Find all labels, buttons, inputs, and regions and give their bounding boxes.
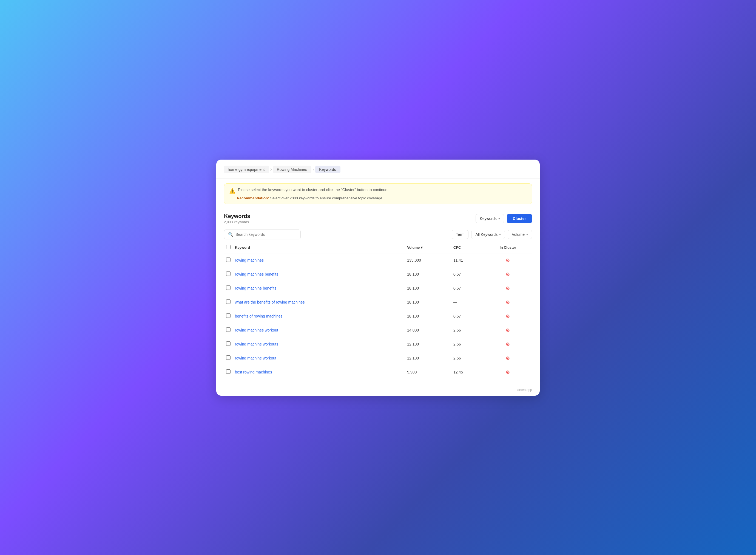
- row-volume: 135,000: [405, 253, 451, 267]
- all-keywords-label: All Keywords: [475, 232, 497, 237]
- row-keyword[interactable]: rowing machines: [233, 253, 405, 267]
- row-checkbox-cell[interactable]: [224, 351, 233, 365]
- in-cluster-icon: ⊗: [506, 328, 510, 333]
- table-header-row: Keyword Volume ▾ CPC In Cluster: [224, 242, 532, 253]
- keywords-table-wrap: Keyword Volume ▾ CPC In Cluster rowing m…: [216, 242, 540, 386]
- row-in-cluster: ⊗: [484, 267, 532, 281]
- alert-main-text: Please select the keywords you want to c…: [238, 187, 389, 192]
- row-checkbox[interactable]: [226, 328, 230, 332]
- row-checkbox-cell[interactable]: [224, 309, 233, 323]
- row-in-cluster: ⊗: [484, 295, 532, 309]
- alert-banner: ⚠️ Please select the keywords you want t…: [224, 183, 532, 204]
- in-cluster-icon: ⊗: [506, 341, 510, 347]
- breadcrumb-label-1: home gym equipment: [228, 167, 265, 172]
- recommendation-label: Recommendation:: [237, 196, 269, 200]
- alert-recommendation: Recommendation: Select over 2000 keyword…: [229, 196, 527, 200]
- breadcrumb-home-gym[interactable]: home gym equipment: [224, 166, 269, 173]
- select-all-checkbox[interactable]: [226, 245, 230, 249]
- row-checkbox-cell[interactable]: [224, 295, 233, 309]
- volume-label: Volume: [512, 232, 525, 237]
- row-checkbox[interactable]: [226, 299, 230, 304]
- th-volume[interactable]: Volume ▾: [405, 242, 451, 253]
- in-cluster-icon: ⊗: [506, 299, 510, 305]
- row-checkbox[interactable]: [226, 313, 230, 318]
- all-keywords-chevron-icon: ▾: [499, 232, 501, 237]
- row-volume: 12,100: [405, 337, 451, 351]
- breadcrumb: home gym equipment › Rowing Machines › K…: [216, 160, 540, 178]
- th-checkbox: [224, 242, 233, 253]
- search-input[interactable]: [235, 232, 297, 237]
- row-volume: 18,100: [405, 295, 451, 309]
- row-keyword[interactable]: rowing machine benefits: [233, 281, 405, 295]
- table-row: rowing machines workout 14,800 2.66 ⊗: [224, 323, 532, 337]
- row-checkbox[interactable]: [226, 369, 230, 374]
- row-in-cluster: ⊗: [484, 337, 532, 351]
- recommendation-text: Select over 2000 keywords to ensure comp…: [270, 196, 384, 200]
- row-keyword[interactable]: best rowing machines: [233, 365, 405, 379]
- row-checkbox-cell[interactable]: [224, 337, 233, 351]
- th-keyword: Keyword: [233, 242, 405, 253]
- row-checkbox[interactable]: [226, 271, 230, 276]
- brand-label: larseo.app: [517, 388, 532, 392]
- row-cpc: 0.67: [451, 267, 484, 281]
- row-checkbox-cell[interactable]: [224, 365, 233, 379]
- row-cpc: 11.41: [451, 253, 484, 267]
- keywords-header: Keywords 2,033 keywords Keywords ▾ Clust…: [216, 208, 540, 225]
- row-in-cluster: ⊗: [484, 309, 532, 323]
- row-cpc: 0.67: [451, 281, 484, 295]
- row-checkbox[interactable]: [226, 286, 230, 290]
- row-cpc: 2.66: [451, 351, 484, 365]
- in-cluster-icon: ⊗: [506, 286, 510, 291]
- row-in-cluster: ⊗: [484, 365, 532, 379]
- header-actions: Keywords ▾ Cluster: [476, 214, 532, 223]
- row-cpc: 2.66: [451, 337, 484, 351]
- row-cpc: 0.67: [451, 309, 484, 323]
- row-keyword[interactable]: what are the benefits of rowing machines: [233, 295, 405, 309]
- filter-right: Term All Keywords ▾ Volume ▾: [452, 230, 532, 239]
- in-cluster-icon: ⊗: [506, 257, 510, 263]
- breadcrumb-rowing-machines[interactable]: Rowing Machines: [273, 166, 312, 173]
- volume-sort-icon: ▾: [421, 246, 423, 250]
- row-checkbox[interactable]: [226, 341, 230, 346]
- keywords-table: Keyword Volume ▾ CPC In Cluster rowing m…: [224, 242, 532, 379]
- keywords-dropdown[interactable]: Keywords ▾: [476, 214, 504, 223]
- row-keyword[interactable]: rowing machines benefits: [233, 267, 405, 281]
- table-row: what are the benefits of rowing machines…: [224, 295, 532, 309]
- row-in-cluster: ⊗: [484, 281, 532, 295]
- all-keywords-dropdown[interactable]: All Keywords ▾: [471, 230, 505, 239]
- th-in-cluster: In Cluster: [484, 242, 532, 253]
- row-checkbox[interactable]: [226, 257, 230, 262]
- filter-term-button[interactable]: Term: [452, 230, 469, 239]
- row-in-cluster: ⊗: [484, 351, 532, 365]
- search-box[interactable]: 🔍: [224, 229, 301, 240]
- row-cpc: 12.45: [451, 365, 484, 379]
- table-row: best rowing machines 9,900 12.45 ⊗: [224, 365, 532, 379]
- dropdown-chevron-icon: ▾: [498, 217, 500, 220]
- row-volume: 14,800: [405, 323, 451, 337]
- row-keyword[interactable]: rowing machines workout: [233, 323, 405, 337]
- row-checkbox[interactable]: [226, 355, 230, 360]
- row-in-cluster: ⊗: [484, 253, 532, 267]
- row-checkbox-cell[interactable]: [224, 267, 233, 281]
- breadcrumb-keywords[interactable]: Keywords: [315, 166, 340, 173]
- row-checkbox-cell[interactable]: [224, 253, 233, 267]
- row-checkbox-cell[interactable]: [224, 281, 233, 295]
- row-volume: 18,100: [405, 309, 451, 323]
- keywords-count: 2,033 keywords: [224, 220, 250, 224]
- row-volume: 18,100: [405, 281, 451, 295]
- alert-info-icon: ⚠️: [229, 188, 235, 194]
- keywords-title-block: Keywords 2,033 keywords: [224, 213, 250, 224]
- row-volume: 9,900: [405, 365, 451, 379]
- row-in-cluster: ⊗: [484, 323, 532, 337]
- row-checkbox-cell[interactable]: [224, 323, 233, 337]
- row-keyword[interactable]: rowing machine workouts: [233, 337, 405, 351]
- in-cluster-icon: ⊗: [506, 369, 510, 375]
- table-row: rowing machine workout 12,100 2.66 ⊗: [224, 351, 532, 365]
- filter-bar: 🔍 Term All Keywords ▾ Volume ▾: [216, 225, 540, 242]
- row-cpc: 2.66: [451, 323, 484, 337]
- row-keyword[interactable]: rowing machine workout: [233, 351, 405, 365]
- cluster-button[interactable]: Cluster: [507, 214, 532, 223]
- volume-dropdown[interactable]: Volume ▾: [508, 230, 532, 239]
- row-keyword[interactable]: benefits of rowing machines: [233, 309, 405, 323]
- dropdown-label: Keywords: [480, 216, 496, 221]
